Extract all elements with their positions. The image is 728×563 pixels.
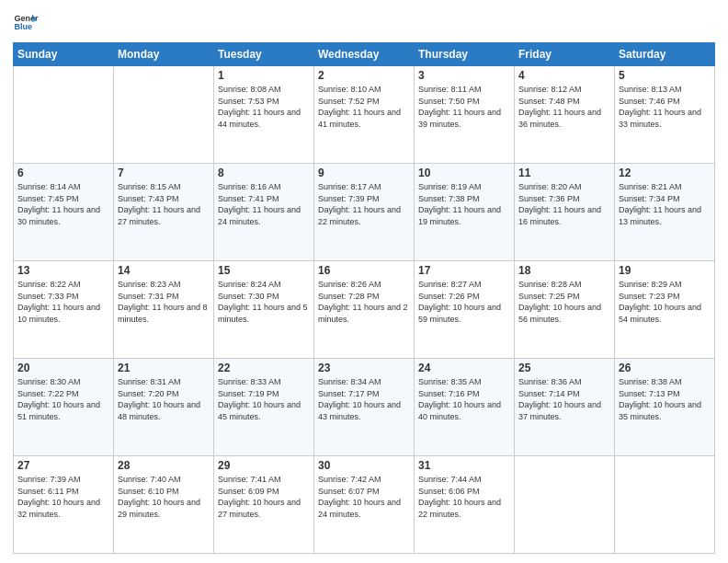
weekday-header-friday: Friday <box>515 43 615 66</box>
day-number: 23 <box>318 362 410 374</box>
calendar-cell: 18Sunrise: 8:28 AM Sunset: 7:25 PM Dayli… <box>515 261 615 359</box>
calendar-cell: 19Sunrise: 8:29 AM Sunset: 7:23 PM Dayli… <box>615 261 715 359</box>
calendar-cell: 9Sunrise: 8:17 AM Sunset: 7:39 PM Daylig… <box>314 164 415 261</box>
day-number: 18 <box>518 264 610 277</box>
day-number: 30 <box>318 459 410 472</box>
day-number: 22 <box>218 362 310 374</box>
weekday-header-tuesday: Tuesday <box>214 43 314 66</box>
day-info: Sunrise: 8:19 AM Sunset: 7:38 PM Dayligh… <box>418 181 510 227</box>
calendar-cell: 11Sunrise: 8:20 AM Sunset: 7:36 PM Dayli… <box>515 164 615 261</box>
day-info: Sunrise: 7:39 AM Sunset: 6:11 PM Dayligh… <box>17 474 109 520</box>
weekday-header-thursday: Thursday <box>415 43 515 66</box>
calendar-cell: 16Sunrise: 8:26 AM Sunset: 7:28 PM Dayli… <box>314 261 415 359</box>
page-header: General Blue <box>13 9 715 35</box>
calendar-cell: 27Sunrise: 7:39 AM Sunset: 6:11 PM Dayli… <box>14 456 114 554</box>
calendar-cell <box>14 66 114 164</box>
day-number: 26 <box>619 362 711 374</box>
day-info: Sunrise: 8:38 AM Sunset: 7:13 PM Dayligh… <box>619 376 711 422</box>
calendar-cell: 10Sunrise: 8:19 AM Sunset: 7:38 PM Dayli… <box>415 164 515 261</box>
day-info: Sunrise: 7:42 AM Sunset: 6:07 PM Dayligh… <box>318 474 410 520</box>
calendar-cell <box>615 456 715 554</box>
day-number: 31 <box>418 459 510 472</box>
calendar-cell: 13Sunrise: 8:22 AM Sunset: 7:33 PM Dayli… <box>14 261 114 359</box>
calendar-cell: 31Sunrise: 7:44 AM Sunset: 6:06 PM Dayli… <box>415 456 515 554</box>
weekday-header-sunday: Sunday <box>14 43 114 66</box>
calendar-cell: 23Sunrise: 8:34 AM Sunset: 7:17 PM Dayli… <box>314 359 415 456</box>
calendar-cell: 30Sunrise: 7:42 AM Sunset: 6:07 PM Dayli… <box>314 456 415 554</box>
calendar-cell: 14Sunrise: 8:23 AM Sunset: 7:31 PM Dayli… <box>114 261 214 359</box>
day-info: Sunrise: 8:26 AM Sunset: 7:28 PM Dayligh… <box>318 279 410 325</box>
day-number: 25 <box>518 362 610 374</box>
day-number: 13 <box>17 264 109 277</box>
day-info: Sunrise: 8:10 AM Sunset: 7:52 PM Dayligh… <box>318 84 410 130</box>
day-number: 21 <box>118 362 210 374</box>
calendar-cell: 20Sunrise: 8:30 AM Sunset: 7:22 PM Dayli… <box>14 359 114 456</box>
day-number: 1 <box>218 69 310 82</box>
day-info: Sunrise: 8:24 AM Sunset: 7:30 PM Dayligh… <box>218 279 310 325</box>
calendar-cell: 5Sunrise: 8:13 AM Sunset: 7:46 PM Daylig… <box>615 66 715 164</box>
day-info: Sunrise: 8:12 AM Sunset: 7:48 PM Dayligh… <box>518 84 610 130</box>
day-info: Sunrise: 8:23 AM Sunset: 7:31 PM Dayligh… <box>118 279 210 325</box>
calendar-cell: 24Sunrise: 8:35 AM Sunset: 7:16 PM Dayli… <box>415 359 515 456</box>
calendar-cell <box>515 456 615 554</box>
day-number: 29 <box>218 459 310 472</box>
day-number: 6 <box>17 167 109 179</box>
day-info: Sunrise: 8:14 AM Sunset: 7:45 PM Dayligh… <box>17 181 109 227</box>
day-info: Sunrise: 8:22 AM Sunset: 7:33 PM Dayligh… <box>17 279 109 325</box>
calendar-week-2: 6Sunrise: 8:14 AM Sunset: 7:45 PM Daylig… <box>14 164 715 261</box>
day-number: 4 <box>518 69 610 82</box>
calendar-cell: 8Sunrise: 8:16 AM Sunset: 7:41 PM Daylig… <box>214 164 314 261</box>
day-info: Sunrise: 8:31 AM Sunset: 7:20 PM Dayligh… <box>118 376 210 422</box>
day-number: 24 <box>418 362 510 374</box>
day-info: Sunrise: 7:40 AM Sunset: 6:10 PM Dayligh… <box>118 474 210 520</box>
day-info: Sunrise: 8:13 AM Sunset: 7:46 PM Dayligh… <box>619 84 711 130</box>
weekday-header-wednesday: Wednesday <box>314 43 415 66</box>
weekday-header-monday: Monday <box>114 43 214 66</box>
calendar-cell: 1Sunrise: 8:08 AM Sunset: 7:53 PM Daylig… <box>214 66 314 164</box>
day-info: Sunrise: 8:16 AM Sunset: 7:41 PM Dayligh… <box>218 181 310 227</box>
day-number: 7 <box>118 167 210 179</box>
logo-icon: General Blue <box>13 9 39 35</box>
calendar-cell: 15Sunrise: 8:24 AM Sunset: 7:30 PM Dayli… <box>214 261 314 359</box>
calendar-cell: 4Sunrise: 8:12 AM Sunset: 7:48 PM Daylig… <box>515 66 615 164</box>
day-number: 16 <box>318 264 410 277</box>
calendar-cell: 6Sunrise: 8:14 AM Sunset: 7:45 PM Daylig… <box>14 164 114 261</box>
day-number: 17 <box>418 264 510 277</box>
calendar-cell: 3Sunrise: 8:11 AM Sunset: 7:50 PM Daylig… <box>415 66 515 164</box>
day-info: Sunrise: 7:41 AM Sunset: 6:09 PM Dayligh… <box>218 474 310 520</box>
day-info: Sunrise: 8:34 AM Sunset: 7:17 PM Dayligh… <box>318 376 410 422</box>
day-info: Sunrise: 8:29 AM Sunset: 7:23 PM Dayligh… <box>619 279 711 325</box>
day-info: Sunrise: 8:20 AM Sunset: 7:36 PM Dayligh… <box>518 181 610 227</box>
day-number: 9 <box>318 167 410 179</box>
weekday-header-row: SundayMondayTuesdayWednesdayThursdayFrid… <box>14 43 715 66</box>
day-number: 15 <box>218 264 310 277</box>
weekday-header-saturday: Saturday <box>615 43 715 66</box>
calendar-cell <box>114 66 214 164</box>
calendar-cell: 29Sunrise: 7:41 AM Sunset: 6:09 PM Dayli… <box>214 456 314 554</box>
day-info: Sunrise: 8:15 AM Sunset: 7:43 PM Dayligh… <box>118 181 210 227</box>
day-number: 14 <box>118 264 210 277</box>
day-number: 27 <box>17 459 109 472</box>
day-info: Sunrise: 7:44 AM Sunset: 6:06 PM Dayligh… <box>418 474 510 520</box>
day-number: 2 <box>318 69 410 82</box>
calendar-cell: 21Sunrise: 8:31 AM Sunset: 7:20 PM Dayli… <box>114 359 214 456</box>
day-number: 3 <box>418 69 510 82</box>
svg-text:Blue: Blue <box>14 22 32 31</box>
day-number: 8 <box>218 167 310 179</box>
day-number: 12 <box>619 167 711 179</box>
day-number: 19 <box>619 264 711 277</box>
day-number: 28 <box>118 459 210 472</box>
day-info: Sunrise: 8:21 AM Sunset: 7:34 PM Dayligh… <box>619 181 711 227</box>
day-number: 10 <box>418 167 510 179</box>
day-number: 5 <box>619 69 711 82</box>
day-info: Sunrise: 8:35 AM Sunset: 7:16 PM Dayligh… <box>418 376 510 422</box>
day-number: 11 <box>518 167 610 179</box>
calendar-week-4: 20Sunrise: 8:30 AM Sunset: 7:22 PM Dayli… <box>14 359 715 456</box>
calendar-cell: 17Sunrise: 8:27 AM Sunset: 7:26 PM Dayli… <box>415 261 515 359</box>
day-info: Sunrise: 8:17 AM Sunset: 7:39 PM Dayligh… <box>318 181 410 227</box>
day-info: Sunrise: 8:11 AM Sunset: 7:50 PM Dayligh… <box>418 84 510 130</box>
calendar-cell: 12Sunrise: 8:21 AM Sunset: 7:34 PM Dayli… <box>615 164 715 261</box>
calendar-cell: 2Sunrise: 8:10 AM Sunset: 7:52 PM Daylig… <box>314 66 415 164</box>
calendar-cell: 22Sunrise: 8:33 AM Sunset: 7:19 PM Dayli… <box>214 359 314 456</box>
day-info: Sunrise: 8:30 AM Sunset: 7:22 PM Dayligh… <box>17 376 109 422</box>
